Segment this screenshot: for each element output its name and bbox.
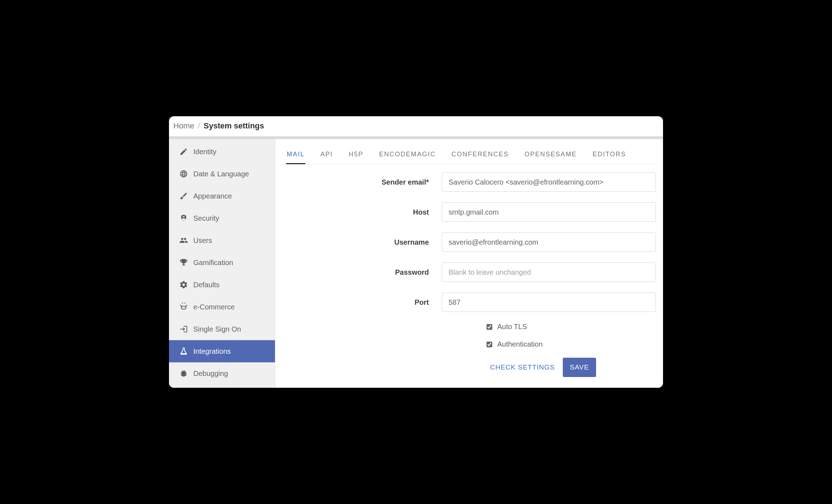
tab-mail[interactable]: MAIL xyxy=(286,146,305,164)
mail-settings-form: Sender email* Host Username xyxy=(282,165,656,377)
sidebar-item-defaults[interactable]: Defaults xyxy=(169,274,275,296)
cogs-icon xyxy=(179,280,188,289)
tabs: MAIL API H5P ENCODEMAGIC CONFERENCES OPE… xyxy=(282,139,656,165)
sidebar-item-appearance[interactable]: Appearance xyxy=(169,185,275,207)
sidebar-item-label: Appearance xyxy=(193,192,232,200)
paint-brush-icon xyxy=(179,191,188,201)
sidebar-item-users[interactable]: Users xyxy=(169,229,275,251)
sidebar-item-debugging[interactable]: Debugging xyxy=(169,362,275,385)
sidebar-item-label: Debugging xyxy=(193,370,228,378)
globe-icon xyxy=(179,169,188,178)
sidebar-item-integrations[interactable]: Integrations xyxy=(169,340,275,362)
settings-window: Home / System settings Identity Date & L… xyxy=(169,116,663,388)
sidebar-item-date-language[interactable]: Date & Language xyxy=(169,163,275,185)
check-settings-button[interactable]: CHECK SETTINGS xyxy=(487,358,558,377)
tab-editors[interactable]: EDITORS xyxy=(592,146,627,164)
sidebar-item-label: Single Sign On xyxy=(193,325,241,333)
tab-opensesame[interactable]: OPENSESAME xyxy=(524,146,577,164)
sidebar-item-sso[interactable]: Single Sign On xyxy=(169,318,275,340)
breadcrumb-home[interactable]: Home xyxy=(173,121,194,131)
breadcrumb: Home / System settings xyxy=(169,116,663,139)
auto-tls-option[interactable]: Auto TLS xyxy=(487,323,527,331)
spy-icon xyxy=(179,214,188,223)
sidebar-item-label: e-Commerce xyxy=(193,303,235,311)
sidebar-item-label: Gamification xyxy=(193,259,233,267)
edit-icon xyxy=(179,147,188,156)
auto-tls-label: Auto TLS xyxy=(497,323,527,331)
sidebar-item-identity[interactable]: Identity xyxy=(169,141,275,163)
sidebar-item-security[interactable]: Security xyxy=(169,207,275,229)
body: Identity Date & Language Appearance Secu… xyxy=(169,139,663,388)
tab-encodemagic[interactable]: ENCODEMAGIC xyxy=(378,146,436,164)
sidebar-item-label: Identity xyxy=(193,148,216,156)
password-input[interactable] xyxy=(442,263,656,282)
sidebar-item-gamification[interactable]: Gamification xyxy=(169,251,275,274)
host-input[interactable] xyxy=(442,202,656,222)
sidebar: Identity Date & Language Appearance Secu… xyxy=(169,139,275,388)
sign-in-icon xyxy=(179,324,188,334)
sidebar-item-label: Integrations xyxy=(193,347,231,356)
sidebar-item-label: Security xyxy=(193,214,219,222)
username-label: Username xyxy=(282,238,442,246)
authentication-checkbox[interactable] xyxy=(487,342,492,347)
auto-tls-checkbox[interactable] xyxy=(487,324,492,330)
username-input[interactable] xyxy=(442,233,656,252)
port-input[interactable] xyxy=(442,293,656,312)
sidebar-item-ecommerce[interactable]: e-Commerce xyxy=(169,296,275,318)
host-label: Host xyxy=(282,208,442,216)
authentication-label: Authentication xyxy=(497,340,543,348)
sender-email-input[interactable] xyxy=(442,172,656,192)
port-label: Port xyxy=(282,298,442,307)
tab-h5p[interactable]: H5P xyxy=(348,146,364,164)
save-button[interactable]: SAVE xyxy=(563,358,596,377)
tab-conferences[interactable]: CONFERENCES xyxy=(451,146,509,164)
password-label: Password xyxy=(282,268,442,277)
content: MAIL API H5P ENCODEMAGIC CONFERENCES OPE… xyxy=(275,139,663,388)
sender-email-label: Sender email* xyxy=(282,178,442,186)
sidebar-item-label: Date & Language xyxy=(193,170,249,178)
flask-icon xyxy=(179,347,188,356)
authentication-option[interactable]: Authentication xyxy=(487,340,543,348)
tab-api[interactable]: API xyxy=(320,146,334,164)
trophy-icon xyxy=(179,258,188,267)
bug-icon xyxy=(179,369,188,378)
users-icon xyxy=(179,236,188,245)
sidebar-item-label: Users xyxy=(193,236,212,245)
basket-icon xyxy=(179,302,188,312)
page-title: System settings xyxy=(204,121,264,131)
breadcrumb-separator: / xyxy=(198,121,200,131)
sidebar-item-label: Defaults xyxy=(193,281,219,289)
